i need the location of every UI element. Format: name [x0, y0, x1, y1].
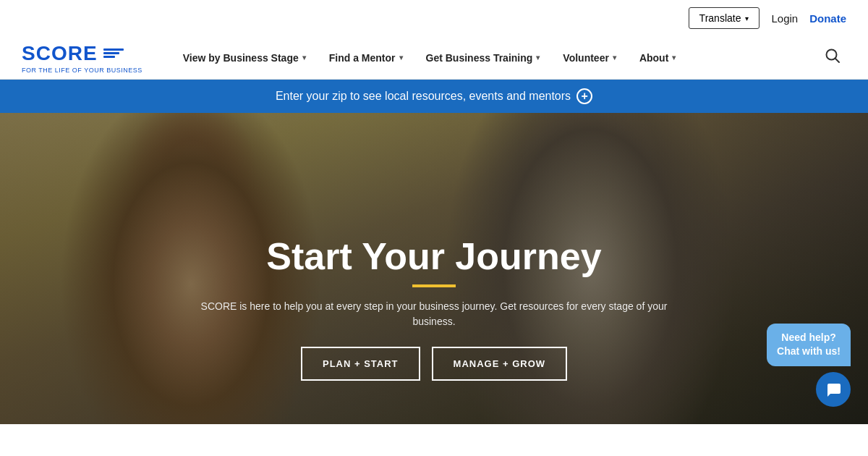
- chevron-down-icon: ▾: [536, 54, 540, 62]
- hero-subtitle: SCORE is here to help you at every step …: [181, 299, 687, 329]
- translate-chevron-icon: ▾: [745, 14, 749, 22]
- translate-button[interactable]: Translate ▾: [689, 7, 760, 29]
- search-button[interactable]: [819, 42, 846, 73]
- chevron-down-icon: ▾: [399, 54, 403, 62]
- donate-link[interactable]: Donate: [809, 12, 846, 25]
- hero-content: Start Your Journey SCORE is here to help…: [181, 236, 687, 381]
- search-icon: [825, 48, 841, 64]
- login-link[interactable]: Login: [771, 12, 798, 25]
- logo-wordmark: SCORE: [22, 42, 142, 65]
- chat-bubble[interactable]: Need help? Chat with us!: [767, 324, 851, 366]
- chevron-down-icon: ▾: [302, 54, 306, 62]
- chevron-down-icon: ▾: [672, 54, 676, 62]
- main-navigation: SCORE FOR THE LIFE OF YOUR BUSINESS View…: [0, 36, 868, 80]
- logo-lines-icon: [103, 48, 124, 58]
- chat-widget: Need help? Chat with us!: [767, 324, 851, 407]
- nav-item-about[interactable]: About ▾: [628, 36, 687, 80]
- nav-item-business-training[interactable]: Get Business Training ▾: [414, 36, 552, 80]
- hero-title: Start Your Journey: [181, 236, 687, 277]
- zip-banner-text: Enter your zip to see local resources, e…: [276, 90, 571, 103]
- nav-item-business-stage[interactable]: View by Business Stage ▾: [171, 36, 318, 80]
- svg-line-1: [835, 59, 840, 63]
- hero-underline-decoration: [412, 284, 456, 287]
- chevron-down-icon: ▾: [613, 54, 616, 62]
- hero-section: Start Your Journey SCORE is here to help…: [0, 113, 868, 424]
- logo[interactable]: SCORE FOR THE LIFE OF YOUR BUSINESS: [22, 42, 142, 74]
- zip-banner[interactable]: Enter your zip to see local resources, e…: [0, 80, 868, 113]
- plan-start-button[interactable]: PLAN + START: [301, 347, 420, 381]
- logo-tagline: FOR THE LIFE OF YOUR BUSINESS: [22, 67, 142, 74]
- top-utility-bar: Translate ▾ Login Donate: [0, 0, 868, 36]
- chat-message-icon: [825, 381, 842, 398]
- nav-item-find-mentor[interactable]: Find a Mentor ▾: [318, 36, 414, 80]
- translate-label: Translate: [699, 12, 741, 24]
- nav-links: View by Business Stage ▾ Find a Mentor ▾…: [171, 36, 819, 80]
- plus-circle-icon: +: [576, 88, 592, 104]
- chat-bubble-line1: Need help?: [777, 331, 841, 345]
- hero-buttons: PLAN + START MANAGE + GROW: [181, 347, 687, 381]
- chat-bubble-line2: Chat with us!: [777, 345, 841, 359]
- nav-item-volunteer[interactable]: Volunteer ▾: [551, 36, 628, 80]
- manage-grow-button[interactable]: MANAGE + GROW: [432, 347, 567, 381]
- chat-icon-button[interactable]: [816, 372, 851, 407]
